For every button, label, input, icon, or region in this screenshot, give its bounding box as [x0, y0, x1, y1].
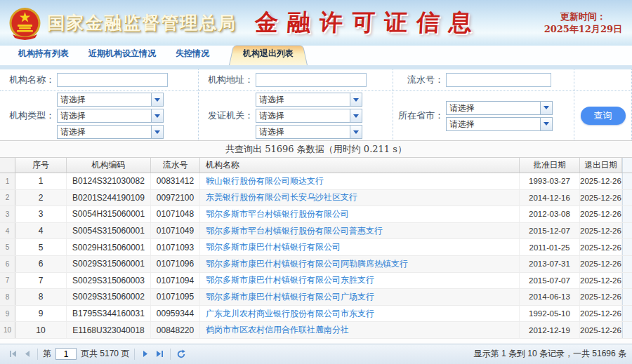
search-button[interactable]: 查询: [581, 107, 626, 125]
serial-number-input[interactable]: [446, 73, 551, 87]
query-summary: 共查询出 51696 条数据（用时约 0.211 s）: [0, 140, 632, 158]
scrollbar-track[interactable]: [622, 190, 632, 206]
institution-name-link[interactable]: 鞍山银行股份有限公司顺达支行: [206, 175, 324, 187]
scrollbar-track[interactable]: [622, 256, 632, 272]
row-institution-code: S0029S315060001: [67, 256, 151, 272]
institution-type-select-1[interactable]: 请选择: [57, 93, 164, 107]
col-institution-name: 机构名称: [200, 158, 520, 173]
institution-name-link[interactable]: 鄂尔多斯市康巴什村镇银行有限公司阿勒腾席热镇支行: [206, 258, 408, 270]
separator: [37, 349, 38, 360]
table-filler: [0, 339, 632, 344]
chevron-down-icon: [350, 93, 362, 106]
tab-loss-of-control[interactable]: 失控情况: [166, 43, 219, 65]
table-row: 8 8 S0029S315060002 01071095 鄂尔多斯市康巴什村镇银…: [0, 289, 632, 306]
table-row: 7 7 S0029S315060003 01071094 鄂尔多斯市康巴什村镇银…: [0, 273, 632, 290]
institution-name-link[interactable]: 鄂尔多斯市罕台村镇银行股份有限公司普惠支行: [206, 225, 383, 237]
table-header: 序号 机构编码 流水号 机构名称 批准日期 退出日期: [0, 158, 632, 173]
col-exit-date: 退出日期: [580, 158, 622, 173]
national-emblem-icon: [8, 6, 41, 41]
province-select[interactable]: 请选择: [446, 101, 553, 115]
scrollbar-track[interactable]: [622, 223, 632, 239]
chevron-down-icon: [151, 109, 163, 122]
row-serial-no: 2: [15, 190, 67, 206]
chevron-down-icon: [350, 109, 362, 122]
tab-recent-establishment[interactable]: 近期机构设立情况: [79, 43, 166, 65]
update-time-label: 更新时间：: [544, 11, 622, 23]
issuing-authority-label: 发证机关：: [199, 109, 254, 122]
row-exit-date: 2025-12-26: [580, 223, 622, 239]
next-page-button[interactable]: [139, 348, 152, 360]
institution-name-label: 机构名称：: [0, 74, 55, 86]
agency-title: 国家金融监督管理总局: [47, 11, 237, 34]
province-city-label: 所在省市：: [393, 109, 444, 122]
chevron-down-icon: [151, 93, 163, 106]
institution-name-link[interactable]: 东莞银行股份有限公司长安乌沙社区支行: [206, 191, 357, 203]
institution-type-select-2[interactable]: 请选择: [57, 109, 164, 123]
separator: [170, 349, 171, 360]
scrollbar-track[interactable]: [622, 158, 632, 173]
table-row: 1 1 B0124S321030082 00831412 鞍山银行股份有限公司顺…: [0, 173, 632, 190]
institution-type-label: 机构类型：: [0, 109, 55, 122]
row-gutter-number: 9: [0, 306, 15, 322]
col-approval-date: 批准日期: [520, 158, 580, 173]
institution-name-link[interactable]: 鄂尔多斯市康巴什村镇银行有限公司广场支行: [206, 291, 374, 303]
scrollbar-track[interactable]: [622, 173, 632, 189]
row-serial-no: 6: [15, 256, 67, 272]
row-serial-no: 3: [15, 206, 67, 222]
row-approval-date: 1993-03-27: [520, 173, 580, 189]
row-institution-code: S0029H315060001: [67, 239, 151, 255]
chevron-down-icon: [151, 126, 163, 138]
tab-institution-exit-list[interactable]: 机构退出列表: [229, 43, 308, 65]
row-serial-no: 7: [15, 273, 67, 289]
row-gutter-number: 1: [0, 173, 15, 189]
tab-institution-holding-list[interactable]: 机构持有列表: [8, 43, 79, 65]
institution-name-link[interactable]: 鄂尔多斯市康巴什村镇银行有限公司东胜支行: [206, 274, 374, 286]
issuing-authority-select-2[interactable]: 请选择: [256, 109, 362, 123]
institution-name-input[interactable]: [57, 73, 168, 87]
institution-name-link[interactable]: 鄂尔多斯市康巴什村镇银行有限公司: [206, 241, 341, 253]
last-page-button[interactable]: [153, 348, 166, 360]
row-serial-no: 10: [15, 322, 67, 338]
page-title: 金融许可证信息: [254, 7, 482, 39]
table-row: 10 10 E1168U323040018 00848220 鹤岗市市区农村信用…: [0, 322, 632, 339]
prev-page-button[interactable]: [20, 348, 33, 360]
city-select[interactable]: 请选择: [446, 117, 553, 131]
issuing-authority-select-3[interactable]: 请选择: [256, 125, 362, 139]
issuing-authority-select-1[interactable]: 请选择: [256, 93, 362, 107]
page-label-suffix: 页共 5170 页: [81, 348, 129, 360]
row-flow-no: 01071048: [151, 206, 200, 222]
scrollbar-track[interactable]: [622, 239, 632, 255]
search-form: 机构名称： 机构类型： 请选择 请选择 请选择: [0, 69, 632, 140]
scrollbar-track[interactable]: [622, 206, 632, 222]
institution-name-link[interactable]: 广东龙川农村商业银行股份有限公司市东支行: [206, 308, 374, 320]
row-flow-no: 01071095: [151, 289, 200, 305]
scrollbar-track[interactable]: [622, 306, 632, 322]
institution-type-select-3[interactable]: 请选择: [57, 125, 164, 139]
institution-name-link[interactable]: 鹤岗市市区农村信用合作联社麓南分社: [206, 324, 349, 336]
row-approval-date: 2011-01-25: [520, 239, 580, 255]
separator: [134, 349, 135, 360]
scrollbar-track[interactable]: [622, 273, 632, 289]
institution-name-link[interactable]: 鄂尔多斯市罕台村镇银行股份有限公司: [206, 208, 349, 220]
page-number-input[interactable]: [55, 348, 77, 360]
row-gutter-number: 6: [0, 256, 15, 272]
scrollbar-track[interactable]: [622, 322, 632, 338]
institution-address-label: 机构地址：: [199, 74, 254, 86]
row-approval-date: 2012-03-08: [520, 206, 580, 222]
scrollbar-track[interactable]: [622, 289, 632, 305]
row-exit-date: 2025-12-26: [580, 322, 622, 338]
table-row: 6 6 S0029S315060001 01071096 鄂尔多斯市康巴什村镇银…: [0, 256, 632, 273]
row-approval-date: 2015-07-07: [520, 273, 580, 289]
row-institution-code: S0029S315060002: [67, 289, 151, 305]
row-approval-date: 2015-12-07: [520, 223, 580, 239]
row-serial-no: 9: [15, 306, 67, 322]
institution-address-input[interactable]: [256, 73, 367, 87]
row-approval-date: 2014-06-13: [520, 289, 580, 305]
row-flow-no: 00848220: [151, 322, 200, 338]
col-institution-code: 机构编码: [67, 158, 151, 173]
first-page-button[interactable]: [6, 348, 19, 360]
refresh-button[interactable]: [175, 348, 187, 360]
row-serial-no: 5: [15, 239, 67, 255]
row-approval-date: 2013-07-31: [520, 256, 580, 272]
row-approval-date: 1992-05-10: [520, 306, 580, 322]
